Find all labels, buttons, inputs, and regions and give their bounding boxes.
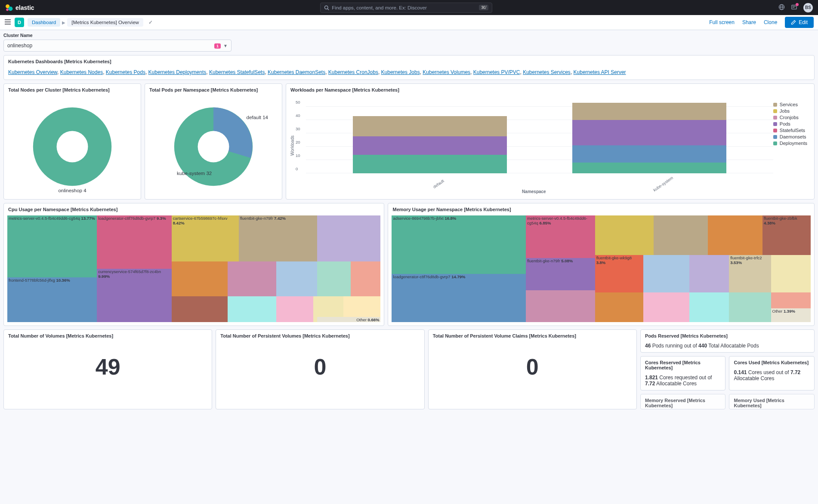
svg-point-2 <box>6 8 9 11</box>
panel-dash-links: Kubernetes Dashboards [Metrics Kubernete… <box>3 55 815 80</box>
filter-label: Cluster Name <box>3 33 815 38</box>
panel-title: Cpu Usage per Namespace [Metrics Kuberne… <box>4 203 384 215</box>
cluster-filter[interactable]: onlineshop 1▼ <box>3 40 232 52</box>
panel-title: Cores Reserved [Metrics Kubernetes] <box>641 356 725 374</box>
link-deployments[interactable]: Kubernetes Deployments <box>148 69 207 75</box>
y-axis-label: Workloads <box>289 98 295 192</box>
panel-title: Kubernetes Dashboards [Metrics Kubernete… <box>4 55 814 68</box>
subheader: D Dashboard ▶ [Metrics Kubernetes] Overv… <box>0 15 818 30</box>
chevron-right-icon: ▶ <box>62 20 65 25</box>
search-icon <box>324 5 329 10</box>
link-apiserver[interactable]: Kubernetes API Server <box>574 69 626 75</box>
link-services[interactable]: Kubernetes Services <box>523 69 571 75</box>
filter-value: onlineshop <box>7 43 32 49</box>
xtick-default: default <box>432 178 445 189</box>
link-pods[interactable]: Kubernetes Pods <box>106 69 145 75</box>
search-kbd: ⌘/ <box>479 5 489 10</box>
topnav: elastic Find apps, content, and more. Ex… <box>0 0 818 15</box>
workloads-legend: Services Jobs Cronjobs Pods StatefulSets… <box>773 98 812 192</box>
pods-reserved-text: 46 Pods running out of 440 Total Allocat… <box>641 342 814 352</box>
link-daemonsets[interactable]: Kubernetes DaemonSets <box>268 69 325 75</box>
panel-mem-reserved: Memory Reserved [Metrics Kubernetes] <box>640 394 726 409</box>
filterbar: Cluster Name onlineshop 1▼ <box>0 30 818 52</box>
svg-point-3 <box>325 6 328 9</box>
panel-pods-ns: Total Pods per Namespace [Metrics Kubern… <box>145 83 282 200</box>
share-link[interactable]: Share <box>742 19 756 25</box>
panel-title: Memory Usage per Namespace [Metrics Kube… <box>388 203 814 215</box>
cores-used-text: 0.141 Cores used out of 7.72 Allocatable… <box>729 369 814 385</box>
panel-mem: Memory Usage per Namespace [Metrics Kube… <box>388 203 815 326</box>
global-search[interactable]: Find apps, content, and more. Ex: Discov… <box>320 3 492 13</box>
pods-donut <box>157 98 269 196</box>
pencil-icon <box>791 20 796 25</box>
elastic-logo-icon <box>5 4 13 12</box>
panel-title: Memory Reserved [Metrics Kubernetes] <box>641 394 725 409</box>
panel-workloads: Workloads per Namespace [Metrics Kuberne… <box>286 83 815 200</box>
panel-pv: Total Number of Persistent Volumes [Metr… <box>216 329 424 409</box>
user-avatar[interactable]: BS <box>803 3 813 12</box>
svg-point-1 <box>8 6 12 11</box>
logo-text: elastic <box>15 4 34 11</box>
pods-default-label: default 14 <box>246 115 268 120</box>
search-placeholder: Find apps, content, and more. Ex: Discov… <box>332 5 476 10</box>
panel-pods-reserved: Pods Reserved [Metrics Kubernetes] 46 Po… <box>640 329 815 353</box>
panel-cores-used: Cores Used [Metrics Kubernetes] 0.141 Co… <box>729 356 815 390</box>
panel-title: Cores Used [Metrics Kubernetes] <box>729 356 814 369</box>
panel-title: Total Number of Volumes [Metrics Kuberne… <box>4 330 212 342</box>
x-axis-label: Namespace <box>295 189 773 194</box>
panel-pvc: Total Number of Persistent Volume Claims… <box>428 329 637 409</box>
breadcrumb-current[interactable]: [Metrics Kubernetes] Overview <box>67 18 143 27</box>
link-overview[interactable]: Kubernetes Overview <box>8 69 57 75</box>
cores-reserved-text: 1.821 Cores requested out of 7.72 Alloca… <box>641 374 725 390</box>
nav-toggle[interactable] <box>4 19 11 26</box>
svg-line-4 <box>328 9 329 10</box>
saved-check-icon: ✓ <box>148 19 153 25</box>
link-nodes[interactable]: Kubernetes Nodes <box>60 69 103 75</box>
panel-title: Workloads per Namespace [Metrics Kuberne… <box>286 84 814 96</box>
panel-volumes: Total Number of Volumes [Metrics Kuberne… <box>3 329 212 409</box>
panel-title: Total Number of Persistent Volumes [Metr… <box>216 330 424 342</box>
volumes-value: 49 <box>4 342 212 384</box>
globe-icon[interactable] <box>778 4 785 12</box>
svg-point-17 <box>198 131 229 163</box>
dash-links-body: Kubernetes Overview, Kubernetes Nodes, K… <box>4 68 814 80</box>
newsfeed-icon[interactable] <box>791 4 797 12</box>
clone-link[interactable]: Clone <box>764 19 777 25</box>
panel-mem-used: Memory Used [Metrics Kubernetes] <box>729 394 815 409</box>
panel-title: Total Nodes per Cluster [Metrics Kuberne… <box>4 84 141 96</box>
link-statefulsets[interactable]: Kubernetes StatefulSets <box>209 69 265 75</box>
svg-point-15 <box>57 131 88 163</box>
edit-button[interactable]: Edit <box>785 17 814 28</box>
panel-title: Total Number of Persistent Volume Claims… <box>429 330 636 342</box>
mem-treemap: adservice-8694798b7b-jbfxt 16.8% loadgen… <box>392 215 811 322</box>
pvc-value: 0 <box>429 342 636 384</box>
panel-cores-reserved: Cores Reserved [Metrics Kubernetes] 1.82… <box>640 356 726 390</box>
link-cronjobs[interactable]: Kubernetes CronJobs <box>328 69 378 75</box>
breadcrumb-dashboard[interactable]: Dashboard <box>28 18 60 27</box>
pods-kube-label: kube-system 32 <box>177 171 212 176</box>
logo[interactable]: elastic <box>5 4 34 12</box>
panel-title: Total Pods per Namespace [Metrics Kubern… <box>145 84 282 96</box>
panel-nodes: Total Nodes per Cluster [Metrics Kuberne… <box>3 83 141 200</box>
panel-title: Memory Used [Metrics Kubernetes] <box>729 394 814 409</box>
bars-area: 0 10 20 30 40 50 <box>295 98 773 192</box>
panel-cpu: Cpu Usage per Namespace [Metrics Kuberne… <box>3 203 384 326</box>
nodes-donut <box>16 98 128 196</box>
link-jobs[interactable]: Kubernetes Jobs <box>381 69 420 75</box>
link-pvpvc[interactable]: Kubernetes PV/PVC <box>473 69 520 75</box>
fullscreen-link[interactable]: Full screen <box>709 19 735 25</box>
filter-badge: 1 <box>214 43 221 49</box>
link-volumes[interactable]: Kubernetes Volumes <box>423 69 470 75</box>
nodes-label: onlineshop 4 <box>58 188 86 193</box>
cpu-treemap: metrics-server-v0.4.5-fb4c49dd6-cg54q 13… <box>7 215 380 322</box>
app-badge[interactable]: D <box>15 18 24 27</box>
panel-title: Pods Reserved [Metrics Kubernetes] <box>641 330 814 342</box>
pv-value: 0 <box>216 342 424 384</box>
chevron-down-icon: ▼ <box>223 43 228 48</box>
